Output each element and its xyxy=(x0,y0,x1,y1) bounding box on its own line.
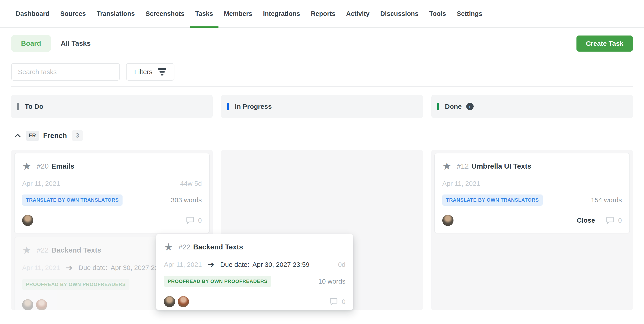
nav-item-activity[interactable]: Activity xyxy=(341,0,375,27)
nav-item-integrations[interactable]: Integrations xyxy=(258,0,306,27)
card-date-row: Apr 11, 2021 xyxy=(442,180,622,187)
nav-item-members[interactable]: Members xyxy=(218,0,258,27)
arrow-right-icon: ➔ xyxy=(66,264,73,272)
comments-button[interactable]: 0 xyxy=(329,297,346,306)
card-title-row: ★ #20 Emails xyxy=(22,161,202,171)
star-icon: ★ xyxy=(22,245,31,255)
tab-board[interactable]: Board xyxy=(11,35,51,52)
column-header-done: Done i xyxy=(431,95,633,118)
tab-all-tasks[interactable]: All Tasks xyxy=(51,35,100,52)
task-id: #12 xyxy=(457,162,469,170)
nav-item-sources[interactable]: Sources xyxy=(55,0,91,27)
assignee-avatars xyxy=(442,215,454,226)
task-card-backend-dragging[interactable]: ★ #22 Backend Texts Apr 11, 2021 ➔ Due d… xyxy=(156,234,353,310)
arrow-right-icon: ➔ xyxy=(208,261,214,269)
language-group-header: FR French 3 xyxy=(11,130,633,141)
word-count: 303 words xyxy=(171,196,202,204)
task-id: #20 xyxy=(37,162,48,170)
created-date: Apr 11, 2021 xyxy=(164,261,202,268)
task-type-badge: TRANSLATE BY OWN TRANSLATORS xyxy=(22,194,122,206)
search-input[interactable] xyxy=(11,63,120,81)
created-date: Apr 11, 2021 xyxy=(22,180,60,187)
nav-item-discussions[interactable]: Discussions xyxy=(375,0,424,27)
card-title-row: ★ #12 Umbrella UI Texts xyxy=(442,161,622,171)
nav-item-settings[interactable]: Settings xyxy=(452,0,488,27)
chevron-up-icon xyxy=(14,134,21,138)
toolbar-divider xyxy=(11,86,633,87)
comment-count: 0 xyxy=(342,298,346,306)
star-icon[interactable]: ★ xyxy=(164,242,173,252)
comment-count: 0 xyxy=(198,217,202,224)
in-progress-status-bar xyxy=(227,103,229,110)
time-left: 44w 5d xyxy=(180,180,202,187)
task-title: Emails xyxy=(52,162,74,170)
avatar xyxy=(164,296,175,307)
word-count: 10 words xyxy=(318,278,346,285)
column-title: Done xyxy=(445,103,462,110)
word-count: 154 words xyxy=(591,196,622,204)
avatar xyxy=(22,215,33,226)
assignee-avatars xyxy=(22,215,33,226)
nav-item-reports[interactable]: Reports xyxy=(306,0,341,27)
avatar xyxy=(36,299,47,310)
card-badge-row: PROOFREAD BY OWN PROOFREADERS 10 words xyxy=(164,276,346,287)
nav-item-translations[interactable]: Translations xyxy=(91,0,140,27)
time-left: 0d xyxy=(338,261,346,268)
search-row: Filters xyxy=(11,63,633,81)
group-task-count: 3 xyxy=(72,130,83,141)
avatar xyxy=(178,296,189,307)
top-nav: Dashboard Sources Translations Screensho… xyxy=(0,0,644,28)
assignee-avatars xyxy=(22,299,47,310)
column-header-todo: To Do xyxy=(11,95,213,118)
nav-item-tasks[interactable]: Tasks xyxy=(190,0,218,27)
column-header-in-progress: In Progress xyxy=(221,95,422,118)
card-badge-row: TRANSLATE BY OWN TRANSLATORS 303 words xyxy=(22,194,202,206)
star-icon[interactable]: ★ xyxy=(442,161,452,171)
comment-bubble-icon xyxy=(605,216,615,225)
card-date-row: Apr 11, 2021 ➔ Due date: Apr 30, 2027 23… xyxy=(164,261,346,269)
card-date-row: Apr 11, 2021 44w 5d xyxy=(22,180,202,187)
nav-item-dashboard[interactable]: Dashboard xyxy=(10,0,55,27)
done-status-bar xyxy=(437,103,439,110)
comment-bubble-icon xyxy=(185,216,195,225)
task-type-badge: PROOFREAD BY OWN PROOFREADERS xyxy=(22,279,130,290)
column-title: In Progress xyxy=(235,103,272,110)
filters-button[interactable]: Filters xyxy=(126,63,174,81)
created-date: Apr 11, 2021 xyxy=(442,180,480,187)
task-title: Backend Texts xyxy=(193,243,243,251)
card-title-row: ★ #22 Backend Texts xyxy=(164,242,346,252)
view-row: Board All Tasks Create Task xyxy=(11,35,633,52)
close-task-button[interactable]: Close xyxy=(577,217,595,224)
task-id: #22 xyxy=(178,243,190,251)
language-code-badge: FR xyxy=(26,131,39,141)
card-footer: 0 xyxy=(22,215,202,226)
star-icon[interactable]: ★ xyxy=(22,161,31,171)
card-badge-row: TRANSLATE BY OWN TRANSLATORS 154 words xyxy=(442,194,622,206)
todo-status-bar xyxy=(17,103,19,110)
filter-icon xyxy=(158,68,166,75)
card-footer: Close 0 xyxy=(442,215,622,226)
task-title: Backend Texts xyxy=(52,246,102,254)
due-date-label: Due date: xyxy=(78,264,108,272)
task-card-emails[interactable]: ★ #20 Emails Apr 11, 2021 44w 5d TRANSLA… xyxy=(14,153,210,233)
comments-button[interactable]: 0 xyxy=(185,216,202,225)
task-title: Umbrella UI Texts xyxy=(471,162,531,170)
comment-bubble-icon xyxy=(329,297,338,306)
task-id: #22 xyxy=(37,246,48,254)
info-icon[interactable]: i xyxy=(466,103,474,110)
nav-item-tools[interactable]: Tools xyxy=(424,0,451,27)
comments-button[interactable]: 0 xyxy=(605,216,622,225)
task-card-umbrella[interactable]: ★ #12 Umbrella UI Texts Apr 11, 2021 TRA… xyxy=(434,153,630,233)
nav-item-screenshots[interactable]: Screenshots xyxy=(140,0,190,27)
task-type-badge: PROOFREAD BY OWN PROOFREADERS xyxy=(164,276,271,287)
language-name: French xyxy=(43,132,67,140)
collapse-group-button[interactable] xyxy=(14,134,21,138)
avatar xyxy=(22,299,33,310)
card-footer: 0 xyxy=(164,296,346,308)
view-tabs: Board All Tasks xyxy=(11,35,100,52)
create-task-button[interactable]: Create Task xyxy=(576,35,633,52)
task-type-badge: TRANSLATE BY OWN TRANSLATORS xyxy=(442,194,543,206)
due-date-label: Due date: xyxy=(220,261,249,268)
assignee-avatars xyxy=(164,296,189,307)
filters-label: Filters xyxy=(134,68,152,76)
